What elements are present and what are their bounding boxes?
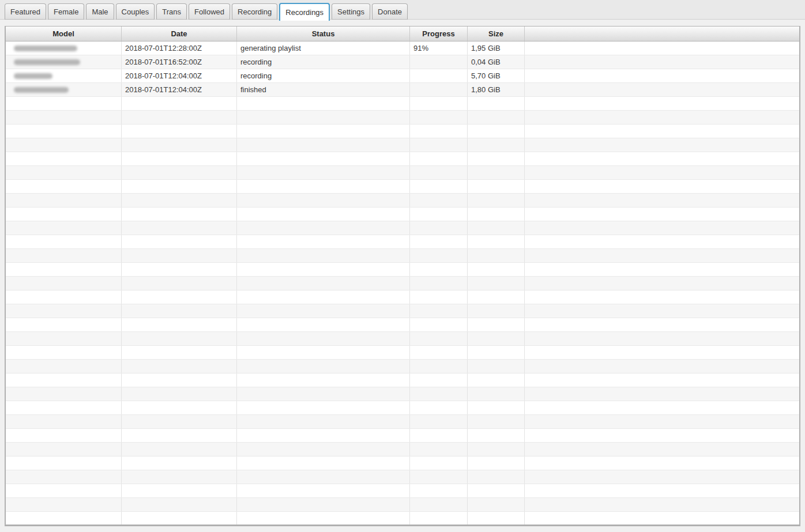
model-cell	[6, 207, 122, 221]
status-cell	[237, 111, 410, 124]
empty-row	[6, 277, 799, 290]
date-cell	[122, 387, 237, 401]
redacted-model-name	[14, 59, 80, 65]
table-row[interactable]: 2018-07-01T12:04:00Zfinished1,80 GiB	[6, 83, 799, 97]
progress-cell	[410, 111, 468, 124]
model-cell	[6, 263, 122, 276]
column-header-progress[interactable]: Progress	[410, 27, 468, 41]
tab-featured[interactable]: Featured	[5, 3, 46, 20]
model-cell	[6, 277, 122, 290]
model-cell	[6, 152, 122, 165]
progress-cell	[410, 429, 468, 442]
filler-cell	[525, 111, 799, 124]
tab-trans[interactable]: Trans	[156, 3, 187, 20]
progress-cell	[410, 484, 468, 497]
status-cell	[237, 484, 410, 497]
filler-cell	[525, 290, 799, 304]
filler-cell	[525, 263, 799, 276]
tab-female[interactable]: Female	[48, 3, 84, 20]
date-cell	[122, 443, 237, 456]
model-cell	[6, 180, 122, 193]
filler-cell	[525, 138, 799, 152]
status-cell	[237, 373, 410, 387]
status-cell: recording	[237, 69, 410, 82]
date-cell	[122, 194, 237, 207]
size-cell: 1,95 GiB	[468, 41, 525, 55]
progress-cell	[410, 332, 468, 345]
size-cell	[468, 263, 525, 276]
progress-cell	[410, 498, 468, 511]
table-row[interactable]: 2018-07-01T12:28:00Zgenerating playlist9…	[6, 41, 799, 55]
tab-male[interactable]: Male	[86, 3, 114, 20]
date-cell	[122, 415, 237, 428]
model-cell	[6, 429, 122, 442]
table-row[interactable]: 2018-07-01T12:04:00Zrecording5,70 GiB	[6, 69, 799, 83]
empty-row	[6, 152, 799, 166]
date-value: 2018-07-01T12:28:00Z	[125, 44, 202, 52]
tab-settings[interactable]: Settings	[332, 3, 370, 20]
date-value: 2018-07-01T12:04:00Z	[125, 71, 202, 80]
filler-cell	[525, 346, 799, 359]
model-cell	[6, 484, 122, 497]
status-cell	[237, 470, 410, 484]
size-cell	[468, 456, 525, 470]
empty-row	[6, 124, 799, 138]
column-header-model[interactable]: Model	[6, 27, 122, 41]
date-cell: 2018-07-01T16:52:00Z	[122, 55, 237, 69]
model-cell	[6, 318, 122, 331]
date-cell	[122, 304, 237, 318]
status-cell	[237, 207, 410, 221]
tab-couples[interactable]: Couples	[116, 3, 155, 20]
empty-row	[6, 304, 799, 318]
size-cell	[468, 498, 525, 511]
model-cell	[6, 373, 122, 387]
status-cell	[237, 429, 410, 442]
progress-cell	[410, 124, 468, 138]
progress-cell	[410, 360, 468, 373]
filler-cell	[525, 221, 799, 235]
date-cell	[122, 512, 237, 525]
progress-cell	[410, 346, 468, 359]
size-cell	[468, 111, 525, 124]
column-header-size[interactable]: Size	[468, 27, 525, 41]
status-cell	[237, 221, 410, 235]
redacted-model-name	[14, 87, 69, 93]
recordings-table: ModelDateStatusProgressSize 2018-07-01T1…	[5, 26, 800, 526]
status-cell: generating playlist	[237, 41, 410, 55]
size-cell	[468, 124, 525, 138]
date-cell	[122, 124, 237, 138]
empty-row	[6, 111, 799, 124]
tab-recording[interactable]: Recording	[232, 3, 277, 20]
model-cell	[6, 166, 122, 179]
size-cell	[468, 373, 525, 387]
progress-cell	[410, 221, 468, 235]
filler-cell	[525, 470, 799, 484]
status-cell	[237, 152, 410, 165]
column-header-date[interactable]: Date	[122, 27, 237, 41]
redacted-model-name	[14, 73, 52, 79]
empty-row	[6, 97, 799, 111]
filler-cell	[525, 277, 799, 290]
tab-donate[interactable]: Donate	[372, 3, 408, 20]
filler-cell	[525, 304, 799, 318]
date-cell: 2018-07-01T12:28:00Z	[122, 41, 237, 55]
model-cell	[6, 512, 122, 525]
progress-cell	[410, 69, 468, 82]
status-cell	[237, 249, 410, 262]
column-header-status[interactable]: Status	[237, 27, 410, 41]
size-cell	[468, 249, 525, 262]
date-cell	[122, 263, 237, 276]
status-cell	[237, 415, 410, 428]
empty-row	[6, 415, 799, 429]
filler-cell	[525, 180, 799, 193]
date-cell	[122, 373, 237, 387]
date-cell	[122, 360, 237, 373]
table-row[interactable]: 2018-07-01T16:52:00Zrecording0,04 GiB	[6, 55, 799, 69]
tab-followed[interactable]: Followed	[189, 3, 230, 20]
size-cell	[468, 304, 525, 318]
empty-row	[6, 387, 799, 401]
tab-recordings[interactable]: Recordings	[279, 3, 330, 21]
empty-row	[6, 290, 799, 304]
progress-cell: 91%	[410, 41, 468, 55]
progress-cell	[410, 443, 468, 456]
